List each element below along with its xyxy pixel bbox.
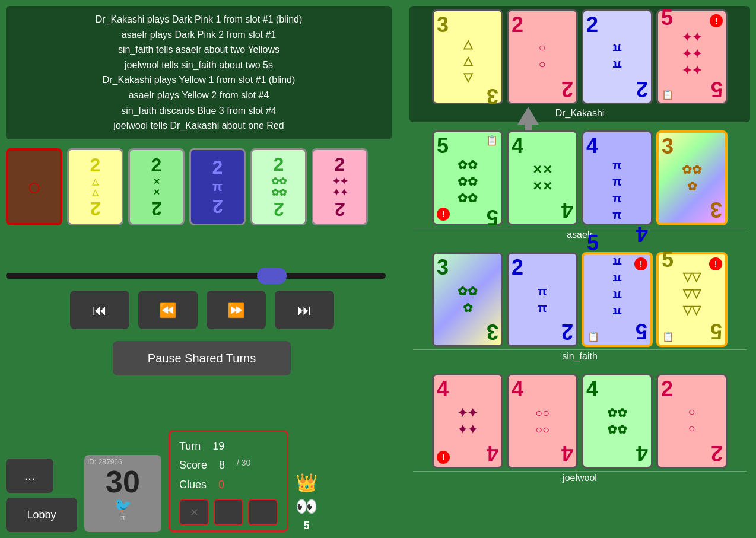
card-bot: 2 — [90, 198, 101, 219]
sf-card-4[interactable]: 📋 5 △△△△△△ 5 ! — [656, 252, 728, 347]
joelwool-section: 4 ✦✦✦✦ 4 ! 4 ○○○○ 4 4 ✿✿✿✿ 4 2 ○○ 2 — [409, 370, 750, 487]
hand-card-1[interactable]: ○ — [6, 148, 62, 225]
card-num-bot: 2 — [661, 378, 673, 400]
replay-slider-thumb[interactable] — [257, 268, 287, 284]
clues-value: 0 — [218, 475, 224, 494]
card-num-top: 5 — [437, 135, 449, 157]
card-top: 2 — [335, 154, 345, 176]
score-value: 8 — [219, 456, 225, 475]
token-blank-2[interactable] — [248, 499, 278, 526]
controls-area: ⏮ ⏪ ⏩ ⏭ Pause Shared Turns — [6, 273, 398, 375]
skip-to-start-button[interactable]: ⏮ — [70, 291, 129, 329]
card-top: 2 — [212, 157, 223, 179]
log-line-5: Dr_Kakashi plays Yellow 1 from slot #1 (… — [15, 72, 383, 88]
lobby-button[interactable]: Lobby — [6, 498, 77, 532]
player-sub: π — [120, 514, 125, 521]
log-line-8: joelwool tells Dr_Kakashi about one Red — [15, 118, 383, 133]
dk-card-2[interactable]: 2 ○○ 2 — [507, 9, 578, 104]
card-syms: ○○ — [688, 405, 695, 438]
life-tokens: 👑 👀 5 — [296, 472, 317, 532]
bottom-left: ... Lobby ID: 287966 30 🐦 π Turn 19 Scor… — [6, 430, 317, 532]
replay-slider-track[interactable] — [6, 273, 386, 279]
card-bot: 2 — [212, 195, 223, 217]
dr-kakashi-label: Dr_Kakashi — [413, 107, 747, 119]
hand-card-6[interactable]: 2 ✦✦✦✦ 2 — [312, 148, 368, 225]
turn-label: Turn — [179, 437, 201, 456]
asl-card-3[interactable]: 4 ππππ 4 — [582, 130, 653, 225]
player-number: 30 — [106, 466, 140, 497]
dk-card-3[interactable]: 2 ππ 2 — [582, 9, 653, 104]
card-syms: △△▽ — [463, 36, 472, 85]
card-num-bot: 2 — [586, 14, 598, 36]
card-num-top: 2 — [711, 443, 723, 464]
card-num-bot: 3 — [710, 199, 722, 220]
chat-button[interactable]: ... — [6, 459, 53, 493]
dk-card-1[interactable]: 3 △△▽ 3 — [432, 9, 503, 104]
jw-card-3[interactable]: 4 ✿✿✿✿ 4 — [582, 374, 653, 469]
sf-card-2[interactable]: 2 ππ 2 — [507, 252, 578, 347]
card-num-top: 4 — [586, 378, 598, 400]
card-num-bot: 4 — [487, 443, 498, 464]
card-num-bot: 4 — [636, 443, 648, 464]
asl-card-2[interactable]: 4 ✕✕✕✕ 4 — [507, 130, 578, 225]
rewind-button[interactable]: ⏪ — [138, 291, 198, 329]
card-num-top: 2 — [512, 257, 523, 278]
hand-card-3[interactable]: 2 ✕✕ 2 — [128, 148, 185, 225]
dr-kakashi-hand: 3 △△▽ 3 2 ○○ 2 2 ππ 2 5 📋 ✦✦✦✦✦✦ 5 — [413, 9, 747, 104]
right-panel: 3 △△▽ 3 2 ○○ 2 2 ππ 2 5 📋 ✦✦✦✦✦✦ 5 — [404, 0, 756, 538]
card-num-top: 5 — [710, 320, 722, 342]
log-line-4: joelwool tells sin_faith about two 5s — [15, 58, 383, 73]
pause-shared-turns-button[interactable]: Pause Shared Turns — [113, 341, 291, 375]
doc-icon: 📋 — [662, 89, 674, 100]
score-max: / 30 — [237, 456, 250, 475]
crown-icon: 👑 — [296, 472, 317, 493]
asaelr-section: 📋 5 ✿✿✿✿✿✿ 5 ! 4 ✕✕✕✕ 4 4 ππππ 4 3 ✿✿✿ — [409, 127, 750, 244]
card-mid: π — [212, 179, 223, 196]
card-num-top: 2 — [561, 78, 573, 100]
card-num-bot: 5 — [587, 233, 599, 254]
jw-card-2[interactable]: 4 ○○○○ 4 — [507, 374, 578, 469]
card-syms: ○○ — [539, 40, 546, 74]
card-top: 2 — [90, 154, 101, 176]
doc-icon: 📋 — [587, 331, 599, 342]
hand-card-5[interactable]: 2 ✿✿✿✿ 2 — [250, 148, 307, 225]
log-line-3: sin_faith tells asaelr about two Yellows — [15, 42, 383, 58]
card-num-top: 2 — [636, 78, 648, 100]
clues-row: Clues 0 — [179, 475, 278, 494]
asl-card-1[interactable]: 📋 5 ✿✿✿✿✿✿ 5 ! — [432, 130, 503, 225]
card-syms: ✿✿✿ — [458, 283, 478, 316]
card-syms: ✦✦✦✦✦✦ — [682, 28, 702, 78]
token-blank-1[interactable] — [214, 499, 243, 526]
score-label: Score — [179, 456, 207, 475]
control-buttons: ⏮ ⏪ ⏩ ⏭ — [6, 291, 398, 329]
error-badge: ! — [710, 14, 723, 27]
action-buttons: ... Lobby — [6, 459, 77, 532]
skip-to-end-button[interactable]: ⏭ — [275, 291, 334, 329]
card-symbol: ○ — [27, 174, 41, 200]
sf-card-1[interactable]: 3 ✿✿✿ 3 — [432, 252, 503, 347]
turn-row: Turn 19 — [179, 437, 278, 456]
hand-card-4[interactable]: 2 π 2 — [189, 148, 246, 225]
player-avatar: ID: 287966 30 🐦 π — [84, 455, 161, 532]
hand-card-2[interactable]: 2 △△ 2 — [67, 148, 123, 225]
game-log: Dr_Kakashi plays Dark Pink 1 from slot #… — [6, 6, 392, 139]
sf-card-3[interactable]: 📋 5 ππππ 5 ! — [582, 252, 653, 347]
eyes-icon: 👀 — [296, 496, 317, 517]
card-syms: ππ — [538, 283, 547, 316]
token-x-button[interactable]: ✕ — [179, 499, 209, 526]
joelwool-label: joelwool — [413, 471, 747, 483]
fast-forward-button[interactable]: ⏩ — [207, 291, 266, 329]
jw-card-4[interactable]: 2 ○○ 2 — [656, 374, 728, 469]
jw-card-1[interactable]: 4 ✦✦✦✦ 4 ! — [432, 374, 503, 469]
card-num-bot: 4 — [636, 223, 648, 244]
asl-card-4[interactable]: 3 ✿✿✿ 3 — [656, 130, 728, 225]
sin-faith-section: 3 ✿✿✿ 3 2 ππ 2 📋 5 ππππ 5 ! 📋 5 — [409, 249, 750, 365]
card-num-top: 4 — [512, 135, 523, 157]
sin-faith-hand: 3 ✿✿✿ 3 2 ππ 2 📋 5 ππππ 5 ! 📋 5 — [413, 252, 747, 347]
dk-card-4[interactable]: 5 📋 ✦✦✦✦✦✦ 5 ! — [656, 9, 728, 104]
card-num-top: 5 — [636, 320, 647, 342]
player-id-label: ID: 287966 — [87, 458, 122, 466]
card-bot: 2 — [335, 198, 345, 220]
card-num-bot: 5 — [662, 249, 674, 270]
log-line-7: sin_faith discards Blue 3 from slot #4 — [15, 103, 383, 119]
